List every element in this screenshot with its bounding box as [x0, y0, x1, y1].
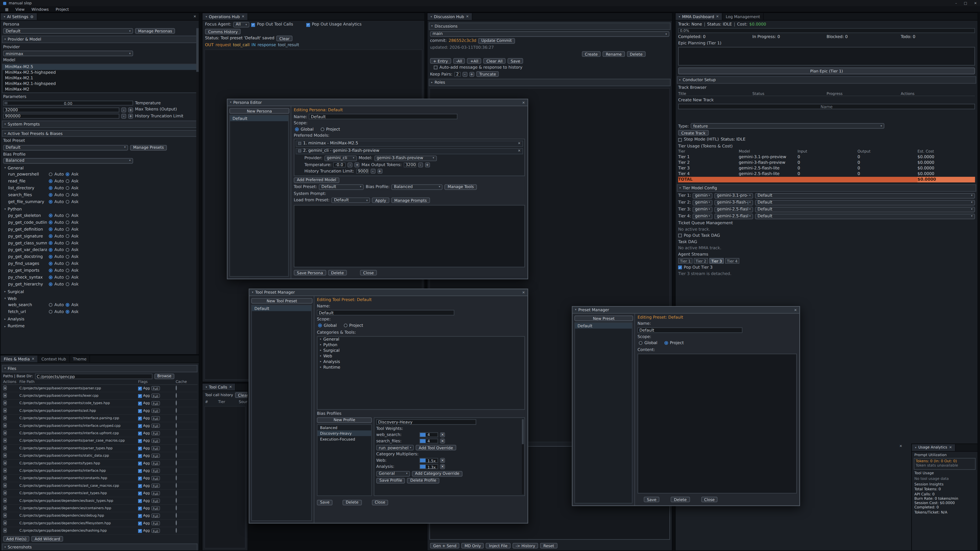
comms-history-button[interactable]: Comms History [205, 29, 241, 35]
browse-button[interactable]: Browse [154, 373, 175, 379]
weight-input[interactable]: 4 [419, 432, 438, 437]
remove-file-button[interactable]: ✕ [3, 475, 7, 481]
ask-radio[interactable] [65, 179, 69, 183]
drag-handle-icon[interactable] [298, 142, 301, 145]
auto-radio[interactable] [49, 303, 52, 307]
bias-profile-select[interactable]: Balanced▾ [3, 158, 133, 164]
dialog-titlebar[interactable]: ▾ Tool Preset Manager ✕ [249, 289, 528, 296]
remove-file-button[interactable]: ✕ [3, 386, 7, 391]
cache-indicator-icon[interactable] [176, 513, 177, 518]
menu-item[interactable]: Windows [32, 6, 49, 11]
category-tree-item[interactable]: ▸ Surgical [318, 348, 525, 353]
agg-checkbox[interactable] [138, 394, 142, 398]
increment-button[interactable]: + [128, 107, 133, 112]
close-dialog-button[interactable]: Close [372, 500, 388, 505]
auto-radio[interactable] [49, 234, 52, 238]
remove-file-button[interactable]: ✕ [3, 491, 7, 495]
agg-checkbox[interactable] [138, 409, 142, 413]
category-tree-item[interactable]: ▸ Python [318, 342, 525, 348]
close-icon[interactable]: ✕ [522, 100, 525, 105]
cache-indicator-icon[interactable] [176, 460, 177, 465]
ask-radio[interactable] [65, 303, 69, 307]
auto-radio[interactable] [49, 262, 52, 266]
tier-prompt-preset-select[interactable]: Default▾ [755, 213, 975, 219]
tab-usage-analytics[interactable]: ▾ Usage Analytics ✕ [912, 444, 956, 451]
stream-tier-tab[interactable]: Tier 1 [678, 258, 692, 264]
new-persona-button[interactable]: New Persona [229, 108, 290, 114]
full-flag-chip[interactable]: Full [151, 476, 160, 480]
auto-radio[interactable] [49, 172, 52, 176]
close-icon[interactable]: ✕ [974, 1, 977, 5]
tool-group-analysis[interactable]: ▸Analysis [4, 317, 196, 322]
tier-prompt-preset-select[interactable]: Default▾ [755, 200, 975, 205]
bias-profile-list-item[interactable]: Balanced [318, 425, 371, 430]
temperature-slider[interactable]: 0.00 [3, 101, 133, 106]
max-output-input[interactable]: 32000 [404, 162, 416, 167]
full-flag-chip[interactable]: Full [151, 401, 160, 405]
save-preset-button[interactable]: Save [644, 497, 659, 502]
full-flag-chip[interactable]: Full [151, 491, 160, 495]
persona-tool-preset-select[interactable]: Default▾ [319, 184, 364, 190]
persona-name-input[interactable]: Default [309, 114, 458, 119]
full-flag-chip[interactable]: Full [151, 468, 160, 473]
cache-indicator-icon[interactable] [176, 386, 177, 391]
gear-icon[interactable]: ⚙ [30, 14, 33, 19]
apply-prompt-button[interactable]: Apply [372, 197, 389, 203]
create-discussion-button[interactable]: Create [582, 51, 601, 57]
auto-radio[interactable] [49, 275, 52, 279]
auto-radio[interactable] [49, 283, 52, 286]
bias-profile-list-item[interactable]: Execution-Focused [318, 436, 371, 441]
close-icon[interactable]: ✕ [242, 14, 245, 19]
agg-checkbox[interactable] [138, 446, 142, 450]
manage-presets-button[interactable]: Manage Presets [130, 144, 167, 150]
increment-button[interactable]: + [469, 72, 474, 77]
files-media-tab[interactable]: Files & Media ✕ [0, 355, 38, 362]
tier-provider-select[interactable]: gemini▾ [692, 213, 712, 219]
discussion-branch-select[interactable]: main▾ [430, 31, 670, 37]
category-tree-item[interactable]: ▸ Runtime [318, 365, 525, 370]
add-tool-override-button[interactable]: Add Tool Override [416, 445, 456, 451]
full-flag-chip[interactable]: Full [151, 461, 160, 465]
remove-file-button[interactable]: ✕ [3, 483, 7, 488]
plan-epic-button[interactable]: Plan Epic (Tier 1) [678, 68, 975, 75]
category-tree-item[interactable]: ▸ Analysis [318, 359, 525, 365]
create-track-button[interactable]: Create Track [678, 130, 708, 136]
epic-planning-input[interactable] [678, 47, 975, 66]
category-override-select[interactable]: General▾ [376, 471, 410, 476]
tool-group-surgical[interactable]: ▸Surgical [4, 289, 196, 294]
ask-radio[interactable] [65, 275, 69, 279]
manage-prompts-button[interactable]: Manage Prompts [391, 197, 430, 203]
auto-radio[interactable] [49, 200, 52, 204]
remove-file-button[interactable]: ✕ [3, 446, 7, 451]
tool-group-python[interactable]: ▾Python [4, 206, 196, 212]
tab-operations-hub[interactable]: ▾ Operations Hub ✕ [202, 13, 248, 20]
tool-call-list[interactable] [204, 406, 246, 549]
agg-checkbox[interactable] [138, 507, 142, 510]
decrement-button[interactable]: - [463, 72, 468, 77]
agg-checkbox[interactable] [138, 386, 142, 390]
new-profile-button[interactable]: New Profile [317, 417, 372, 423]
full-flag-chip[interactable]: Full [151, 529, 160, 533]
pop-out-tool-calls-checkbox[interactable] [251, 23, 255, 27]
remove-file-button[interactable]: ✕ [3, 393, 7, 398]
new-preset-button[interactable]: New Preset [574, 316, 633, 321]
tier-model-select[interactable]: gemini-3.1-pro-preview▾ [714, 193, 753, 198]
full-flag-chip[interactable]: Full [151, 409, 160, 413]
preferred-model-item[interactable]: 2. gemini_cli - gemini-3-flash-preview ✕ [296, 148, 523, 154]
auto-radio[interactable] [49, 255, 52, 259]
history-truncation-input[interactable]: 900000 [356, 168, 369, 173]
entry-action-button[interactable]: + Entry [430, 58, 451, 64]
remove-file-button[interactable]: ✕ [3, 416, 7, 421]
remove-model-icon[interactable]: ✕ [518, 141, 520, 146]
remove-file-button[interactable]: ✕ [3, 453, 7, 458]
section-system-prompts[interactable]: ▾System Prompts [2, 121, 197, 128]
tool-group-web[interactable]: ▾Web [4, 296, 196, 301]
auto-radio[interactable] [49, 310, 52, 314]
files-media-tab[interactable]: Theme ✕ [70, 355, 90, 362]
full-flag-chip[interactable]: Full [151, 506, 160, 510]
auto-radio[interactable] [49, 248, 52, 252]
minimize-icon[interactable]: – [955, 1, 957, 5]
remove-file-button[interactable]: ✕ [3, 468, 7, 473]
decrement-button[interactable]: - [121, 114, 126, 119]
ask-radio[interactable] [65, 172, 69, 176]
